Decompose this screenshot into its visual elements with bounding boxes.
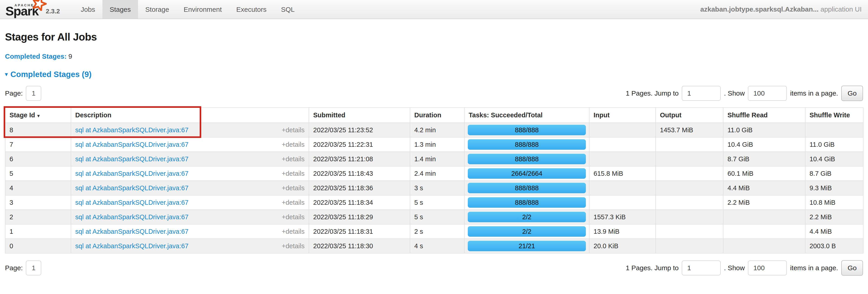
tasks-progress-bar: 888/888 [468,125,586,135]
col-header-shuffle-read[interactable]: Shuffle Read [723,107,805,123]
tab-storage[interactable]: Storage [138,0,176,19]
items-per-page-input[interactable] [748,86,787,101]
shuffle-write-cell: 2.2 MiB [805,210,863,224]
stage-description-link[interactable]: sql at AzkabanSparkSQLDriver.java:67 [75,141,189,149]
application-name: azkaban.jobtype.sparksql.Azkaban... [700,5,818,13]
stage-id-cell: 7 [5,137,71,152]
details-toggle[interactable]: +details [282,141,305,149]
page-title: Stages for All Jobs [5,31,863,43]
completed-stages-toggle[interactable]: ▾ Completed Stages (9) [5,70,863,79]
tasks-cell: 888/888 [464,137,589,152]
input-cell [589,137,656,152]
nav-tabs: Jobs Stages Storage Environment Executor… [73,0,302,19]
jump-to-input-bottom[interactable] [682,260,721,275]
page-number-input[interactable] [26,86,41,101]
shuffle-write-cell: 9.3 MiB [805,181,863,195]
tab-jobs[interactable]: Jobs [73,0,102,19]
col-header-stage-id[interactable]: Stage Id▾ [5,107,71,123]
stage-description-link[interactable]: sql at AzkabanSparkSQLDriver.java:67 [75,214,189,221]
details-toggle[interactable]: +details [282,228,305,235]
stage-id-cell: 8 [5,123,71,137]
tab-stages[interactable]: Stages [102,0,138,19]
shuffle-read-cell [723,239,805,253]
output-cell [656,224,723,239]
page-label-bottom: Page: [5,264,23,272]
details-toggle[interactable]: +details [282,155,305,163]
tasks-cell: 2/2 [464,224,589,239]
shuffle-write-cell: 10.8 MiB [805,195,863,210]
details-toggle[interactable]: +details [282,242,305,250]
shuffle-write-cell [805,123,863,137]
stage-description-link[interactable]: sql at AzkabanSparkSQLDriver.java:67 [75,126,189,134]
submitted-cell: 2022/03/25 11:22:31 [309,137,410,152]
page-number-input-bottom[interactable] [26,260,41,275]
details-toggle[interactable]: +details [282,199,305,206]
stage-description-link[interactable]: sql at AzkabanSparkSQLDriver.java:67 [75,199,189,206]
shuffle-write-cell: 10.4 GiB [805,152,863,166]
input-cell [589,123,656,137]
tasks-progress-bar: 2/2 [468,226,586,237]
col-header-duration[interactable]: Duration [410,107,464,123]
completed-stages-link[interactable]: Completed Stages: [5,53,67,60]
shuffle-read-cell: 8.7 GiB [723,152,805,166]
details-toggle[interactable]: +details [282,184,305,192]
tab-sql[interactable]: SQL [274,0,302,19]
col-header-description[interactable]: Description [71,107,309,123]
stage-description-link[interactable]: sql at AzkabanSparkSQLDriver.java:67 [75,228,189,235]
stage-id-cell: 4 [5,181,71,195]
description-cell: sql at AzkabanSparkSQLDriver.java:67 +de… [71,195,309,210]
col-header-tasks[interactable]: Tasks: Succeeded/Total [464,107,589,123]
show-text-bottom: . Show [724,264,745,272]
tasks-progress-bar: 888/888 [468,154,586,164]
items-per-page-input-bottom[interactable] [748,260,787,275]
tab-environment[interactable]: Environment [176,0,229,19]
submitted-cell: 2022/03/25 11:23:52 [309,123,410,137]
stage-description-link[interactable]: sql at AzkabanSparkSQLDriver.java:67 [75,170,189,177]
submitted-cell: 2022/03/25 11:18:30 [309,239,410,253]
shuffle-read-cell: 11.0 GiB [723,123,805,137]
tasks-cell: 888/888 [464,181,589,195]
col-header-shuffle-write[interactable]: Shuffle Write [805,107,863,123]
table-row: 5 sql at AzkabanSparkSQLDriver.java:67 +… [5,166,863,181]
col-header-submitted[interactable]: Submitted [309,107,410,123]
stage-description-link[interactable]: sql at AzkabanSparkSQLDriver.java:67 [75,155,189,163]
description-cell: sql at AzkabanSparkSQLDriver.java:67 +de… [71,181,309,195]
duration-cell: 2 s [410,224,464,239]
output-cell: 1453.7 MiB [656,123,723,137]
description-cell: sql at AzkabanSparkSQLDriver.java:67 +de… [71,224,309,239]
stage-id-header-label: Stage Id [9,111,35,119]
shuffle-write-cell: 11.0 GiB [805,137,863,152]
go-button[interactable]: Go [841,86,863,101]
tasks-cell: 2664/2664 [464,166,589,181]
details-toggle[interactable]: +details [282,214,305,221]
stages-table: Stage Id▾ Description Submitted Duration… [5,107,864,254]
duration-cell: 5 s [410,195,464,210]
duration-cell: 5 s [410,210,464,224]
completed-stages-count: 9 [68,53,72,60]
table-row: 0 sql at AzkabanSparkSQLDriver.java:67 +… [5,239,863,253]
go-button-bottom[interactable]: Go [841,260,863,276]
spark-logo: APACHE Spark [5,0,43,17]
description-cell: sql at AzkabanSparkSQLDriver.java:67 +de… [71,239,309,253]
details-toggle[interactable]: +details [282,126,305,134]
description-cell: sql at AzkabanSparkSQLDriver.java:67 +de… [71,152,309,166]
page-label: Page: [5,90,23,97]
col-header-input[interactable]: Input [589,107,656,123]
details-toggle[interactable]: +details [282,170,305,177]
tab-executors[interactable]: Executors [229,0,274,19]
sort-desc-icon: ▾ [37,113,40,118]
jump-to-input[interactable] [682,86,721,101]
submitted-cell: 2022/03/25 11:18:34 [309,195,410,210]
description-cell: sql at AzkabanSparkSQLDriver.java:67 +de… [71,137,309,152]
pagination-top-right: 1 Pages. Jump to . Show items in a page.… [626,86,863,101]
stage-description-link[interactable]: sql at AzkabanSparkSQLDriver.java:67 [75,242,189,250]
tasks-progress-bar: 888/888 [468,197,586,208]
pagination-top: Page: 1 Pages. Jump to . Show items in a… [5,86,863,101]
submitted-cell: 2022/03/25 11:18:31 [309,224,410,239]
duration-cell: 1.3 min [410,137,464,152]
input-cell: 13.9 MiB [589,224,656,239]
stage-description-link[interactable]: sql at AzkabanSparkSQLDriver.java:67 [75,184,189,192]
pages-jump-text: 1 Pages. Jump to [626,90,679,97]
table-row: 1 sql at AzkabanSparkSQLDriver.java:67 +… [5,224,863,239]
col-header-output[interactable]: Output [656,107,723,123]
